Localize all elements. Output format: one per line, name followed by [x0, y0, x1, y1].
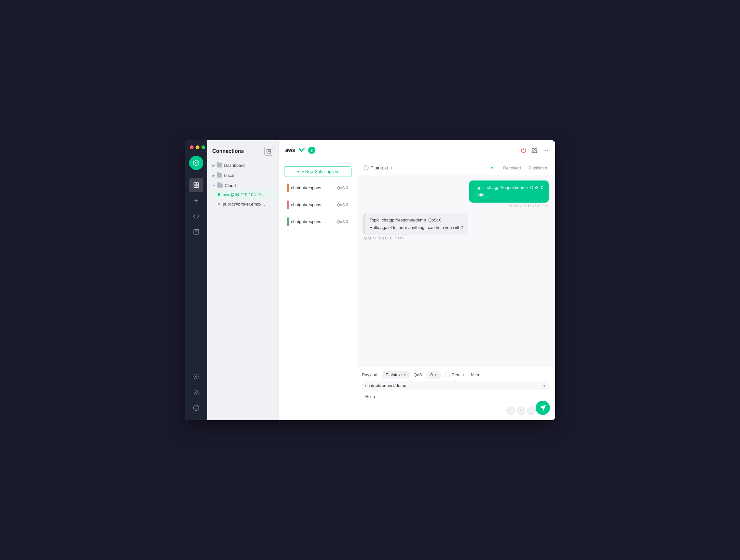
folder-icon	[217, 163, 222, 167]
payload-format-selector[interactable]: Plaintext ▼	[382, 371, 410, 378]
conn-group-cloud-label: Cloud	[224, 183, 236, 188]
topbar: aws 2	[279, 140, 555, 161]
topbar-right	[521, 147, 549, 153]
sidebar-nav	[189, 178, 203, 367]
connections-panel: Connections ▶ Dashboard	[207, 140, 279, 420]
conn-group-dashboard-header[interactable]: ▶ Dashboard	[210, 161, 276, 170]
sidebar-item-connections[interactable]	[189, 178, 203, 192]
svg-rect-0	[194, 183, 196, 185]
sidebar-item-rss[interactable]	[189, 385, 203, 399]
msg-topic-sent: Topic: chatgpt/request/demo QoS: 0	[474, 185, 543, 190]
subscriptions-list: chatgpt/respons... QoS 0 chatgpt/respons…	[284, 181, 352, 229]
close-button[interactable]	[190, 145, 194, 149]
app-logo	[189, 156, 203, 170]
sub-topic-1: chatgpt/respons...	[291, 185, 325, 190]
traffic-lights	[185, 145, 205, 149]
conn-item-public[interactable]: public@broker.emqx...	[210, 199, 276, 209]
body-split: + + New Subscription chatgpt/respons... …	[279, 161, 555, 420]
subscription-item-1[interactable]: chatgpt/respons... QoS 0	[284, 181, 352, 195]
app-window: Connections ▶ Dashboard	[185, 140, 555, 420]
msg-body-received: Hello again! Is there anything I can hel…	[370, 224, 463, 231]
payload-input[interactable]: Hello	[362, 392, 536, 405]
sidebar	[185, 140, 207, 420]
publish-bottom: Hello ← − →	[362, 392, 550, 416]
sidebar-item-settings[interactable]	[189, 369, 203, 384]
new-subscription-button[interactable]: + + New Subscription	[284, 166, 352, 177]
svg-point-20	[545, 150, 546, 150]
svg-text:?: ?	[365, 167, 367, 170]
subscription-item-2[interactable]: chatgpt/respons... QoS 0	[284, 198, 352, 212]
payload-value: Hello	[365, 394, 375, 399]
subscription-item-3[interactable]: chatgpt/respons... QoS 0	[284, 215, 352, 229]
retain-label: Retain	[452, 372, 464, 377]
sidebar-item-add[interactable]	[189, 194, 203, 208]
edit-button[interactable]	[532, 147, 538, 153]
msg-timestamp-received: 2023-04-09 16:45:42:560	[364, 237, 404, 241]
conn-group-cloud-header[interactable]: ▼ Cloud	[210, 181, 276, 190]
meta-button[interactable]: Meta	[468, 371, 483, 378]
payload-format-value: Plaintext	[386, 372, 402, 377]
connections-list: ▶ Dashboard ▶ Local ▼ Cloud	[207, 160, 279, 420]
connections-header: Connections	[207, 140, 279, 160]
nav-back-button[interactable]: ←	[506, 407, 515, 415]
conn-group-local-header[interactable]: ▶ Local	[210, 171, 276, 180]
conn-status-dot-aws	[218, 193, 220, 196]
sub-qos-2: QoS 0	[337, 203, 348, 207]
svg-rect-1	[196, 183, 198, 185]
main-content: aws 2	[279, 140, 555, 420]
subscriptions-panel: + + New Subscription chatgpt/respons... …	[279, 161, 357, 420]
filter-received[interactable]: Received	[502, 165, 522, 171]
filter-published[interactable]: Published	[527, 165, 548, 171]
maximize-button[interactable]	[201, 145, 205, 149]
message-count-badge: 2	[308, 147, 315, 154]
sub-indicator-3	[287, 217, 289, 226]
message-bubble-received: Topic: chatgpt/response/demo QoS: 0 Hell…	[364, 213, 468, 235]
folder-icon-local	[217, 173, 222, 178]
conn-item-aws-label: aws@54.219.104.13:...	[223, 192, 267, 197]
nav-forward-button[interactable]: →	[527, 407, 536, 415]
topic-expand-icon[interactable]: ▼	[542, 383, 547, 388]
minimize-button[interactable]	[196, 145, 199, 149]
connections-add-button[interactable]	[264, 147, 273, 156]
topic-row: chatgpt/request/demo ▼	[362, 381, 550, 390]
payload-input-area: Hello ← − →	[362, 392, 536, 416]
sidebar-item-info[interactable]	[189, 401, 203, 415]
conn-item-public-label: public@broker.emqx...	[223, 202, 265, 207]
svg-rect-2	[194, 185, 196, 187]
svg-point-21	[547, 150, 548, 150]
conn-group-dashboard-label: Dashboard	[224, 163, 245, 168]
svg-rect-3	[196, 185, 198, 187]
message-format-selector[interactable]: ? Plaintext ▼	[364, 165, 393, 171]
nav-minus-button[interactable]: −	[517, 407, 525, 415]
svg-point-19	[543, 150, 544, 150]
msg-timestamp-sent: 2023-04-09 16:45:19:924	[508, 204, 549, 208]
conn-status-dot-public	[218, 203, 220, 205]
connections-title: Connections	[212, 148, 244, 154]
sidebar-item-scripting[interactable]	[189, 209, 203, 223]
conn-group-dashboard: ▶ Dashboard	[210, 161, 276, 170]
power-button[interactable]	[521, 147, 527, 153]
connection-name: aws	[285, 147, 295, 153]
messages-list: Topic: chatgpt/request/demo QoS: 0 Hello…	[357, 175, 555, 367]
retain-toggle-circle	[445, 372, 450, 377]
filter-all[interactable]: All	[489, 165, 496, 171]
qos-selector[interactable]: 0 ▼	[427, 371, 441, 378]
msg-topic-received: Topic: chatgpt/response/demo QoS: 0	[370, 218, 463, 222]
conn-group-cloud: ▼ Cloud aws@54.219.104.13:... public@bro…	[210, 181, 276, 209]
send-button[interactable]	[536, 401, 550, 415]
svg-point-11	[194, 394, 195, 395]
more-button[interactable]	[543, 147, 549, 153]
qos-value: 0	[431, 372, 433, 377]
sub-topic-3: chatgpt/respons...	[291, 219, 325, 224]
sidebar-bottom	[189, 369, 203, 415]
topic-input-value[interactable]: chatgpt/request/demo	[365, 383, 406, 388]
publish-bar: Payload: Plaintext ▼ QoS: 0 ▼ Retain	[357, 367, 555, 420]
message-bubble-sent: Topic: chatgpt/request/demo QoS: 0 Hello	[469, 181, 548, 203]
message-filters: All Received Published	[489, 165, 549, 171]
publish-options: Payload: Plaintext ▼ QoS: 0 ▼ Retain	[362, 371, 550, 378]
sub-topic-2: chatgpt/respons...	[291, 202, 325, 207]
conn-item-aws[interactable]: aws@54.219.104.13:...	[210, 190, 276, 199]
sidebar-item-logs[interactable]	[189, 225, 203, 239]
payload-label: Payload:	[362, 372, 379, 377]
retain-toggle[interactable]: Retain	[445, 372, 464, 377]
